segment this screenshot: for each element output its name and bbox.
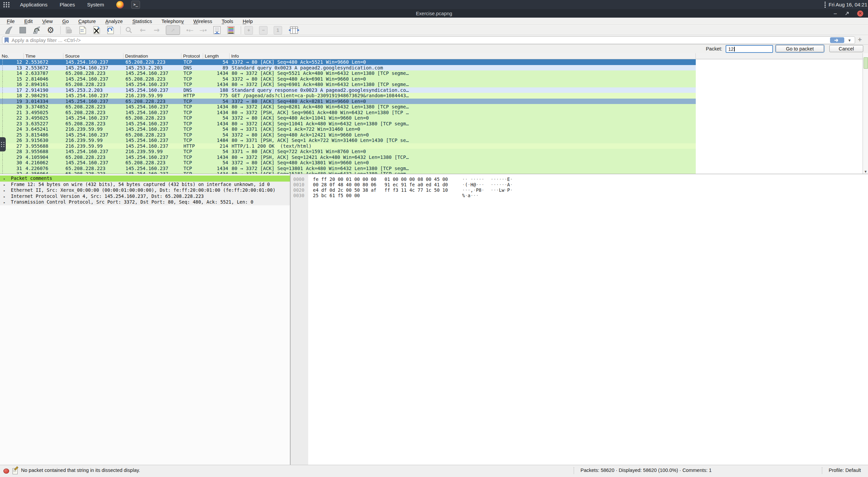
expand-arrow-icon[interactable]: ▸: [3, 200, 11, 205]
packet-row-20[interactable]: 203.37485265.208.228.223145.254.160.237T…: [0, 104, 696, 110]
zoom-out-icon[interactable]: −: [259, 26, 268, 35]
menu-wireless[interactable]: Wireless: [189, 19, 217, 24]
hex-row[interactable]: 003025 bc 61 f5 00 00%·a···: [291, 193, 868, 198]
indicator-dots-icon[interactable]: [825, 2, 826, 8]
packet-list-header[interactable]: No.TimeSourceDestinationProtocolLengthIn…: [0, 53, 863, 59]
scrollbar-thumb[interactable]: [864, 57, 868, 69]
detail-row[interactable]: ▸Frame 12: 54 bytes on wire (432 bits), …: [0, 182, 290, 188]
hex-row[interactable]: 0000fe ff 20 00 01 00 00 0001 00 00 00 0…: [291, 177, 868, 182]
packet-row-16[interactable]: 162.89416165.208.228.223145.254.160.237T…: [0, 82, 696, 87]
packet-row-17[interactable]: 172.914190145.253.2.203145.254.160.237DN…: [0, 87, 696, 93]
clock[interactable]: Fri Aug 16, 04:21: [829, 2, 867, 7]
restart-capture-icon[interactable]: [32, 26, 41, 35]
capture-options-icon[interactable]: ⚙: [46, 26, 55, 35]
filter-bookmark-icon[interactable]: [4, 37, 9, 43]
menu-view[interactable]: View: [37, 19, 57, 24]
packet-row-25[interactable]: 253.815486145.254.160.23765.208.228.223T…: [0, 132, 696, 138]
menu-analyze[interactable]: Analyze: [101, 19, 128, 24]
column-header-protocol[interactable]: Protocol: [181, 53, 203, 59]
column-header-destination[interactable]: Destination: [123, 53, 181, 59]
profile-indicator[interactable]: Profile: Default: [829, 468, 861, 473]
zoom-in-icon[interactable]: +: [244, 26, 253, 35]
expand-arrow-icon[interactable]: ▸: [3, 182, 11, 188]
scrollbar-down-icon[interactable]: ▼: [864, 170, 867, 173]
detail-row[interactable]: ▸Packet comments: [0, 175, 290, 182]
go-to-first-packet-icon[interactable]: •←: [184, 26, 194, 35]
menu-statistics[interactable]: Statistics: [127, 19, 157, 24]
goto-cancel-button[interactable]: Cancel: [829, 45, 863, 52]
packet-row-12[interactable]: 122.553672145.254.160.23765.208.228.223T…: [0, 59, 696, 65]
menu-capture[interactable]: Capture: [74, 19, 101, 24]
filter-dropdown-icon[interactable]: ▼: [848, 38, 851, 42]
restore-button[interactable]: [845, 12, 849, 16]
column-header-source[interactable]: Source: [63, 53, 123, 59]
expand-arrow-icon[interactable]: ▸: [3, 188, 11, 193]
find-packet-icon[interactable]: [124, 26, 134, 35]
close-file-icon[interactable]: [92, 26, 101, 35]
hex-row[interactable]: 0020e4 df 0d 2c 00 50 38 afff f3 11 4c 7…: [291, 187, 868, 193]
packet-row-13[interactable]: 132.553672145.254.160.237145.253.2.203DN…: [0, 65, 696, 71]
menu-tools[interactable]: Tools: [217, 19, 238, 24]
packet-row-21[interactable]: 213.49502565.208.228.223145.254.160.237T…: [0, 110, 696, 116]
filter-add-button[interactable]: +: [858, 36, 862, 44]
expert-info-icon[interactable]: [3, 469, 9, 474]
packet-row-24[interactable]: 243.645241216.239.59.99145.254.160.237TC…: [0, 126, 696, 132]
reload-file-icon[interactable]: [106, 26, 115, 35]
menu-help[interactable]: Help: [238, 19, 258, 24]
packet-row-26[interactable]: 263.915630216.239.59.99145.254.160.237TC…: [0, 138, 696, 143]
resize-columns-icon[interactable]: [288, 26, 300, 35]
open-file-icon[interactable]: [64, 26, 74, 35]
menu-places[interactable]: Places: [55, 2, 80, 7]
packet-row-29[interactable]: 294.10590465.208.228.223145.254.160.237T…: [0, 154, 696, 160]
menu-file[interactable]: File: [2, 19, 19, 24]
go-back-icon[interactable]: ←: [138, 26, 147, 35]
display-filter-input[interactable]: Apply a display filter ... <Ctrl-/> ▼: [2, 36, 855, 44]
packet-row-15[interactable]: 152.814046145.254.160.23765.208.228.223T…: [0, 76, 696, 82]
column-header-time[interactable]: Time: [24, 53, 63, 59]
menu-system[interactable]: System: [82, 2, 109, 7]
detail-row[interactable]: ▸Ethernet II, Src: Xerox_00:00:00 (00:00…: [0, 187, 290, 193]
capture-comments-icon[interactable]: [13, 468, 18, 474]
menu-applications[interactable]: Applications: [15, 2, 52, 7]
hex-row[interactable]: 001000 28 0f 48 40 00 80 0691 ec 91 fe a…: [291, 182, 868, 187]
packet-list-scrollbar[interactable]: ▼: [863, 53, 868, 174]
packet-details-pane[interactable]: ▸Packet comments▸Frame 12: 54 bytes on w…: [0, 174, 290, 465]
column-header-info[interactable]: Info: [230, 53, 696, 59]
terminal-icon[interactable]: >_: [131, 1, 140, 9]
save-file-icon[interactable]: [78, 26, 87, 35]
packet-row-27[interactable]: 273.955688216.239.59.99145.254.160.237HT…: [0, 143, 696, 149]
packet-list[interactable]: 122.553672145.254.160.23765.208.228.223T…: [0, 59, 863, 174]
packet-row-22[interactable]: 223.495025145.254.160.23765.208.228.223T…: [0, 115, 696, 121]
menu-edit[interactable]: Edit: [19, 19, 37, 24]
goto-packet-input[interactable]: 12: [726, 45, 773, 53]
go-to-last-packet-icon[interactable]: →•: [198, 26, 208, 35]
packet-row-19[interactable]: 193.014334145.254.160.23765.208.228.223T…: [0, 99, 696, 104]
packet-row-28[interactable]: 283.955688145.254.160.237216.239.59.99TC…: [0, 149, 696, 154]
zoom-original-icon[interactable]: 1: [274, 26, 282, 35]
minimize-button[interactable]: –: [834, 12, 837, 15]
packet-row-14[interactable]: 142.63378765.208.228.223145.254.160.237T…: [0, 70, 696, 76]
start-capture-icon[interactable]: [4, 26, 14, 35]
menu-go[interactable]: Go: [58, 19, 74, 24]
close-button[interactable]: ✕: [857, 11, 863, 17]
packet-row-30[interactable]: 304.216062145.254.160.23765.208.228.223T…: [0, 160, 696, 166]
window-titlebar[interactable]: Exercise.pcapng – ✕: [0, 9, 868, 18]
drawer-handle[interactable]: [0, 137, 6, 151]
detail-row[interactable]: ▸Transmission Control Protocol, Src Port…: [0, 199, 290, 205]
packet-row-32[interactable]: 324.35606465.208.228.223145.254.160.237T…: [0, 171, 696, 174]
column-header-no[interactable]: No.: [0, 53, 24, 59]
go-forward-icon[interactable]: →: [152, 26, 161, 35]
firefox-icon[interactable]: [116, 1, 124, 8]
expand-arrow-icon[interactable]: ▸: [3, 176, 11, 182]
packet-row-23[interactable]: 233.63522765.208.228.223145.254.160.237T…: [0, 121, 696, 127]
go-to-packet-icon[interactable]: ➚: [166, 25, 180, 35]
detail-row[interactable]: ▸Internet Protocol Version 4, Src: 145.2…: [0, 193, 290, 200]
auto-scroll-icon[interactable]: [212, 26, 222, 35]
packet-row-31[interactable]: 314.22607665.208.228.223145.254.160.237T…: [0, 166, 696, 171]
goto-packet-button[interactable]: Go to packet: [776, 45, 824, 52]
stop-capture-icon[interactable]: [18, 26, 27, 35]
colorize-packets-icon[interactable]: [226, 26, 236, 35]
filter-apply-button[interactable]: [830, 37, 844, 43]
packet-bytes-pane[interactable]: 0000fe ff 20 00 01 00 00 0001 00 00 00 0…: [291, 174, 868, 465]
expand-arrow-icon[interactable]: ▸: [3, 194, 11, 200]
